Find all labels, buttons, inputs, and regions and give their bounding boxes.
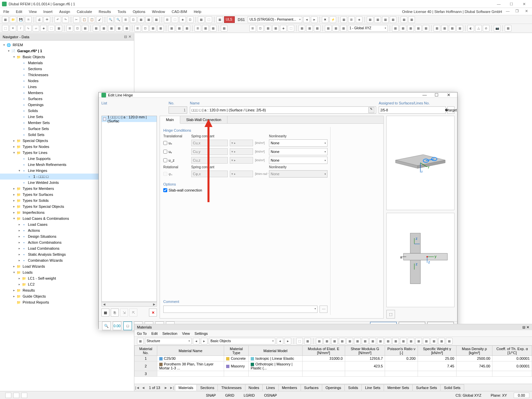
comment-field[interactable] xyxy=(163,306,318,313)
navigator-close-icon[interactable]: ✕ xyxy=(128,35,131,39)
toolbar2-icon[interactable]: ◈ xyxy=(280,25,287,32)
preview-tool-icon[interactable]: ⬚ xyxy=(386,310,395,319)
toolbar2-icon[interactable]: △ xyxy=(475,25,482,32)
tabs-first-icon[interactable]: |◄ xyxy=(134,386,140,390)
tab-main[interactable]: Main xyxy=(160,116,180,124)
table-tab-materials[interactable]: Materials xyxy=(175,384,197,391)
sb-icon-3[interactable] xyxy=(21,393,27,398)
toolbar2-icon[interactable]: ▦ xyxy=(314,25,321,32)
mat-tool-icon[interactable]: ▦ xyxy=(354,338,361,344)
dialog-maximize[interactable]: ☐ xyxy=(431,92,443,97)
nav-prev-icon[interactable]: ◄ xyxy=(193,338,200,344)
menu-file[interactable]: File xyxy=(2,9,11,14)
menu-insert[interactable]: Insert xyxy=(42,9,54,14)
table-tab-member-sets[interactable]: Member Sets xyxy=(384,384,413,391)
status-lgrid[interactable]: LGRID xyxy=(241,393,258,397)
table-tab-members[interactable]: Members xyxy=(278,384,301,391)
mat-tool-icon[interactable]: ▦ xyxy=(408,338,414,344)
toolbar-icon[interactable]: ► xyxy=(311,16,318,23)
tree-node[interactable]: ▪Sections xyxy=(0,66,134,72)
tree-root[interactable]: ▾🌐RFEM xyxy=(0,42,134,48)
table-tab-line-sets[interactable]: Line Sets xyxy=(361,384,384,391)
toolbar2-icon[interactable]: ▦ xyxy=(299,25,305,32)
toolbar2-icon[interactable]: ▦ xyxy=(340,25,347,32)
toolbar-icon[interactable]: ▦ xyxy=(390,16,396,23)
mat-t2-icon[interactable]: ▦ xyxy=(304,338,311,344)
assigned-field[interactable]: 2/5-8 xyxy=(379,106,446,114)
toolbar-icon[interactable]: 🖨 xyxy=(36,16,43,23)
toolbar2-icon[interactable]: ▦ xyxy=(168,25,175,32)
delete-button[interactable]: ✕ xyxy=(149,309,157,317)
structure-combo[interactable]: Structure xyxy=(145,338,192,344)
toolbar-icon[interactable]: 📋 xyxy=(81,16,87,23)
menu-view[interactable]: View xyxy=(28,9,38,14)
toolbar2-icon[interactable]: ⬚ xyxy=(48,25,55,32)
mat-tool-icon[interactable]: ▦ xyxy=(339,338,345,344)
toolbar2-icon[interactable]: ▦ xyxy=(392,25,399,32)
mat-tool-icon[interactable]: ▦ xyxy=(392,338,399,344)
toolbar2-icon[interactable]: ▦ xyxy=(325,25,332,32)
navigator-pin-icon[interactable]: ⊟ xyxy=(124,35,127,39)
toolbar2-icon[interactable]: ⊡ xyxy=(257,25,264,32)
slab-wall-checkbox[interactable]: Slab-wall connection xyxy=(163,188,328,192)
toolbar2-icon[interactable]: ▦ xyxy=(306,25,313,32)
toolbar2-icon[interactable]: ▦ xyxy=(415,25,422,32)
sb-icon-2[interactable] xyxy=(13,393,19,398)
mat-tool-icon[interactable]: ▦ xyxy=(438,338,445,344)
toolbar-icon[interactable]: 🔍 xyxy=(115,16,121,23)
menu-calculate[interactable]: Calculate xyxy=(75,9,93,14)
toolbar2-icon[interactable]: ▱ xyxy=(33,25,39,32)
toolbar-icon[interactable]: ▦ xyxy=(367,16,373,23)
table-tab-thicknesses[interactable]: Thicknesses xyxy=(217,384,245,391)
toolbar2-icon[interactable]: ▦ xyxy=(150,25,156,32)
tree-node[interactable]: ▪Nodes xyxy=(0,78,134,84)
toolbar-icon[interactable]: 📁 xyxy=(10,16,16,23)
table-tab-solid-sets[interactable]: Solid Sets xyxy=(440,384,464,391)
toolbar-icon[interactable]: ✂ xyxy=(73,16,80,23)
toolbar2-icon[interactable]: ▦ xyxy=(434,25,440,32)
mat-tool-icon[interactable]: ▦ xyxy=(346,338,353,344)
list-item[interactable]: 1 □□□ □ | a : 120.0 mm | (Surfac xyxy=(102,116,157,122)
toolbar2-icon[interactable]: ⊡ xyxy=(74,25,81,32)
toolbar-icon[interactable]: 🖌 xyxy=(96,16,103,23)
table-row[interactable]: 3 xyxy=(135,371,532,377)
new-button[interactable]: ▦ xyxy=(101,309,109,317)
toolbar-icon[interactable]: ✖ xyxy=(322,16,329,23)
toolbar2-icon[interactable]: ▦ xyxy=(505,25,511,32)
toolbar2-icon[interactable]: ▦ xyxy=(400,25,406,32)
status-grid[interactable]: GRID xyxy=(222,393,237,397)
uz-checkbox[interactable]: u_z xyxy=(163,158,189,162)
materials-pin-icon[interactable]: ⊟ xyxy=(522,325,525,329)
mat-menu-selection[interactable]: Selection xyxy=(162,332,177,335)
dialog-close[interactable]: ✕ xyxy=(443,92,455,97)
toolbar2-icon[interactable]: ✕ xyxy=(10,25,16,32)
toolbar-icon[interactable]: ▦ xyxy=(198,16,204,23)
tabs-last-icon[interactable]: ►| xyxy=(169,386,175,390)
mat-tool-icon[interactable]: ▦ xyxy=(377,338,384,344)
menu-edit[interactable]: Edit xyxy=(15,9,24,14)
dialog-minimize[interactable]: — xyxy=(419,92,431,97)
assigned-pick-icon[interactable]: �target xyxy=(447,106,455,114)
toolbar-icon[interactable]: 🔍 xyxy=(107,16,114,23)
toolbar-icon[interactable]: ◈ xyxy=(179,16,186,23)
toolbar-icon[interactable]: ⎘ xyxy=(25,16,32,23)
status-snap[interactable]: SNAP xyxy=(203,393,218,397)
toolbar-icon[interactable]: ⬚ xyxy=(172,16,178,23)
toolbar-icon[interactable]: ▦ xyxy=(408,16,415,23)
menu-cad-bim[interactable]: CAD-BIM xyxy=(170,9,188,14)
toolbar2-icon[interactable]: / xyxy=(17,25,24,32)
mat-tool-icon[interactable]: ▦ xyxy=(316,338,323,344)
toolbar2-icon[interactable]: ◈ xyxy=(40,25,47,32)
mat-tool-icon[interactable]: ▦ xyxy=(431,338,437,344)
menu-assign[interactable]: Assign xyxy=(58,9,71,14)
copy-button[interactable]: ⎘ xyxy=(111,309,119,317)
toolbar-icon[interactable]: ⊡ xyxy=(187,16,194,23)
toolbar2-icon[interactable]: ▦ xyxy=(116,25,122,32)
phix-checkbox[interactable]: φₓ xyxy=(163,172,189,176)
toolbar-icon[interactable]: ⬚ xyxy=(205,16,212,23)
toolbar2-icon[interactable]: ▦ xyxy=(123,25,130,32)
toolbar2-icon[interactable]: 📷 xyxy=(494,25,500,32)
mat-menu-go-to[interactable]: Go To xyxy=(137,332,147,335)
toolbar-icon[interactable]: ▦ xyxy=(340,16,347,23)
toolbar2-icon[interactable]: ∿ xyxy=(25,25,32,32)
